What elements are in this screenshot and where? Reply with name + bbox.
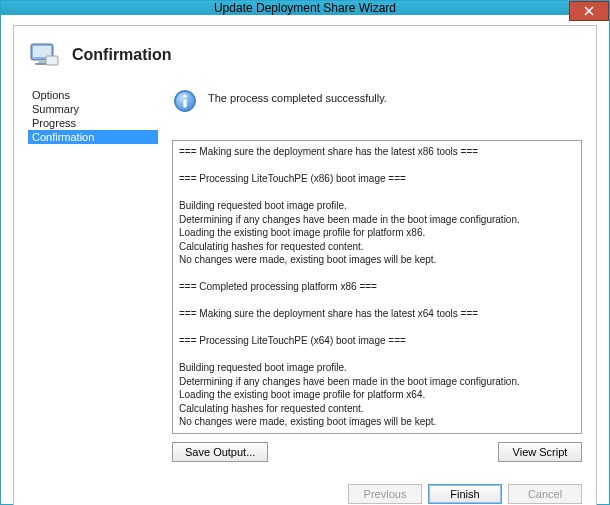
header-row: Confirmation	[14, 26, 596, 78]
svg-rect-2	[38, 60, 46, 63]
close-button[interactable]	[569, 1, 609, 21]
action-row: Save Output... View Script	[172, 442, 582, 462]
window-title: Update Deployment Share Wizard	[214, 1, 396, 15]
main-area: The process completed successfully. === …	[172, 88, 582, 462]
wizard-footer: Previous Finish Cancel	[14, 472, 596, 506]
cancel-button: Cancel	[508, 484, 582, 504]
info-icon	[172, 88, 198, 114]
close-icon	[584, 6, 594, 16]
wizard-window: Update Deployment Share Wizard Confirmat…	[0, 0, 610, 505]
nav-item-confirmation[interactable]: Confirmation	[28, 130, 158, 144]
finish-button[interactable]: Finish	[428, 484, 502, 504]
nav-item-options[interactable]: Options	[28, 88, 158, 102]
svg-rect-4	[46, 56, 58, 65]
nav-item-summary[interactable]: Summary	[28, 102, 158, 116]
monitor-icon	[28, 40, 60, 72]
content-panel: Confirmation Options Summary Progress Co…	[13, 25, 597, 505]
log-output[interactable]: === Making sure the deployment share has…	[172, 140, 582, 434]
body-row: Options Summary Progress Confirmation	[14, 78, 596, 472]
titlebar: Update Deployment Share Wizard	[1, 1, 609, 15]
nav-item-progress[interactable]: Progress	[28, 116, 158, 130]
status-message: The process completed successfully.	[208, 92, 387, 104]
wizard-nav: Options Summary Progress Confirmation	[28, 88, 158, 462]
svg-point-7	[183, 95, 186, 98]
svg-rect-1	[33, 46, 51, 57]
view-script-button[interactable]: View Script	[498, 442, 582, 462]
inner-frame: Confirmation Options Summary Progress Co…	[1, 15, 609, 505]
save-output-button[interactable]: Save Output...	[172, 442, 268, 462]
page-title: Confirmation	[72, 46, 172, 64]
status-row: The process completed successfully.	[172, 88, 582, 114]
svg-rect-8	[183, 99, 186, 107]
previous-button: Previous	[348, 484, 422, 504]
